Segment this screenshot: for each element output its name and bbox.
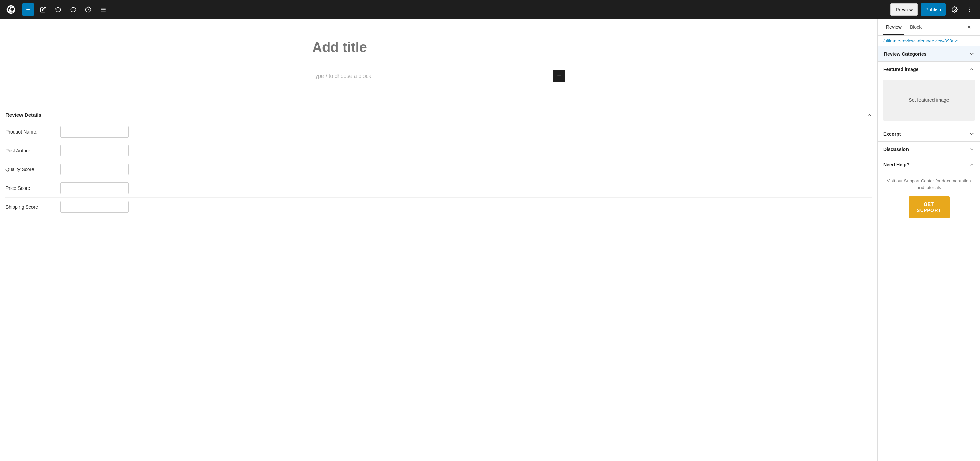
block-placeholder-row: Type / to choose a block + [312, 66, 565, 86]
external-link-icon: ↗ [955, 38, 958, 43]
input-shipping-score[interactable] [60, 201, 129, 213]
section-excerpt-header[interactable]: Excerpt [878, 126, 980, 141]
toolbar-right: Preview Publish [891, 3, 976, 16]
section-featured-image-chevron [969, 67, 975, 72]
section-discussion: Discussion [878, 142, 980, 157]
set-featured-image-button[interactable]: Set featured image [883, 79, 975, 120]
section-featured-image-header[interactable]: Featured image [878, 62, 980, 77]
sidebar-tabs: Review Block × [878, 19, 980, 35]
review-details-title: Review Details [5, 112, 41, 118]
block-placeholder-text: Type / to choose a block [312, 73, 371, 79]
tab-review[interactable]: Review [883, 19, 904, 35]
section-excerpt-title: Excerpt [883, 131, 900, 136]
publish-button[interactable]: Publish [921, 3, 946, 16]
settings-button[interactable] [948, 3, 961, 16]
section-need-help-chevron [969, 162, 975, 167]
section-need-help: Need Help? Visit our Support Center for … [878, 157, 980, 224]
section-excerpt-chevron [969, 131, 975, 136]
inline-add-block-button[interactable]: + [553, 70, 565, 82]
form-row-quality-score: Quality Score [5, 160, 872, 179]
form-row-price-score: Price Score [5, 179, 872, 198]
label-quality-score: Quality Score [5, 166, 60, 172]
sidebar: Review Block × /ultimate-reviews-demo/re… [877, 19, 980, 461]
input-post-author[interactable] [60, 145, 129, 157]
more-options-button[interactable] [964, 3, 976, 16]
input-product-name[interactable] [60, 126, 129, 138]
sidebar-link-row: /ultimate-reviews-demo/review/898/ ↗ [878, 35, 980, 46]
need-help-text: Visit our Support Center for documentati… [883, 177, 975, 191]
section-discussion-header[interactable]: Discussion [878, 142, 980, 157]
info-button[interactable] [82, 3, 94, 16]
section-featured-image-body: Set featured image [878, 77, 980, 126]
toolbar: + Preview Publish [0, 0, 980, 19]
svg-point-7 [969, 8, 970, 8]
preview-button[interactable]: Preview [891, 3, 918, 16]
sidebar-close-button[interactable]: × [964, 22, 975, 33]
wp-logo [4, 3, 18, 16]
section-discussion-chevron [969, 146, 975, 152]
form-row-post-author: Post Author: [5, 141, 872, 160]
post-permalink[interactable]: /ultimate-reviews-demo/review/898/ ↗ [883, 38, 958, 43]
section-need-help-header[interactable]: Need Help? [878, 157, 980, 172]
section-featured-image-title: Featured image [883, 67, 918, 72]
get-support-button[interactable]: GETSUPPORT [908, 196, 950, 218]
label-shipping-score: Shipping Score [5, 204, 60, 210]
review-details-panel: Review Details Product Name: Post Author… [0, 107, 877, 223]
svg-point-9 [969, 11, 970, 12]
svg-point-6 [954, 9, 956, 11]
featured-image-label: Set featured image [908, 97, 949, 103]
input-price-score[interactable] [60, 182, 129, 194]
editor-area: Type / to choose a block + Review Detail… [0, 19, 877, 461]
main-area: Type / to choose a block + Review Detail… [0, 19, 980, 461]
label-post-author: Post Author: [5, 148, 60, 153]
review-details-body: Product Name: Post Author: Quality Score… [0, 123, 877, 223]
section-review-categories-title: Review Categories [884, 51, 927, 57]
redo-button[interactable] [67, 3, 80, 16]
section-excerpt: Excerpt [878, 126, 980, 142]
edit-button[interactable] [37, 3, 49, 16]
section-need-help-title: Need Help? [883, 162, 910, 167]
section-featured-image: Featured image Set featured image [878, 62, 980, 126]
add-block-button[interactable]: + [22, 3, 34, 16]
need-help-body: Visit our Support Center for documentati… [878, 172, 980, 224]
form-row-product-name: Product Name: [5, 123, 872, 141]
input-quality-score[interactable] [60, 163, 129, 175]
form-row-shipping-score: Shipping Score [5, 198, 872, 216]
editor-content: Type / to choose a block + [299, 19, 579, 100]
svg-point-8 [969, 9, 970, 10]
post-title-input[interactable] [312, 40, 565, 55]
section-discussion-title: Discussion [883, 146, 909, 152]
review-details-header[interactable]: Review Details [0, 107, 877, 123]
label-price-score: Price Score [5, 185, 60, 191]
undo-button[interactable] [52, 3, 64, 16]
tab-block[interactable]: Block [907, 19, 924, 35]
menu-button[interactable] [97, 3, 110, 16]
section-review-categories-header[interactable]: Review Categories [878, 46, 980, 62]
section-review-categories-chevron [969, 51, 975, 57]
review-details-collapse-icon [867, 112, 872, 118]
section-review-categories: Review Categories [878, 46, 980, 62]
label-product-name: Product Name: [5, 129, 60, 135]
